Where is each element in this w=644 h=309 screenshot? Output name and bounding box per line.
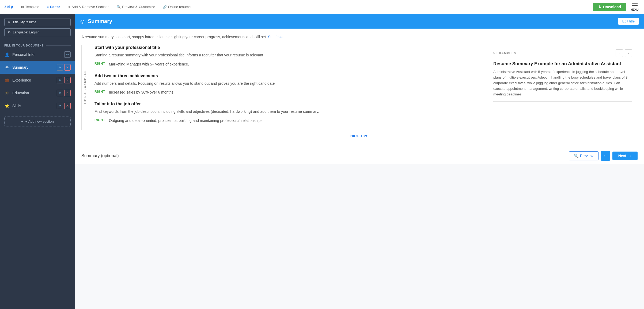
next-button[interactable]: Next → [612,152,638,160]
summary-actions: ✏ ✕ [57,64,71,71]
delete-experience-button[interactable]: ✕ [64,77,71,83]
sidebar-item-skills[interactable]: ⭐ Skills ✏ ✕ [0,99,75,112]
nav-right-actions: ⬇ Download MENU [593,2,640,11]
sidebar: ✏ Title: My resume ⚙ Language: English F… [0,14,75,309]
download-icon: ⬇ [598,5,601,9]
examples-panel: 5 EXAMPLES ‹ › Resume Summary Example fo… [488,45,638,130]
tip-2: Add two or three achievements Add number… [94,74,481,95]
intro-text: A resume summary is a short, snappy intr… [81,34,638,40]
tip-1-example: RIGHT Marketing Manager with 5+ years of… [94,61,481,67]
tips-rotated-label: TIPS & EXAMPLES [81,45,88,130]
download-button[interactable]: ⬇ Download [593,3,626,11]
back-button[interactable]: ← [601,151,610,161]
add-remove-icon: ⊕ [67,5,70,9]
section-header: ◎ Summary Edit title [75,14,644,29]
edit-experience-button[interactable]: ✏ [57,77,63,83]
edit-summary-button[interactable]: ✏ [57,64,63,71]
main-layout: ✏ Title: My resume ⚙ Language: English F… [0,14,644,309]
hide-tips-bar[interactable]: HIDE TIPS [81,130,638,142]
edit-education-button[interactable]: ✏ [57,90,63,96]
edit-skills-button[interactable]: ✏ [57,103,63,109]
sidebar-top: ✏ Title: My resume ⚙ Language: English [0,14,75,41]
menu-button[interactable]: MENU [630,2,640,11]
bottom-actions: 🔍 Preview ← Next → [569,151,638,161]
summary-optional-label: Summary (optional) [81,153,119,158]
star-icon: ⭐ [4,104,10,108]
title-button[interactable]: ✏ Title: My resume [4,18,71,26]
skills-actions: ✏ ✕ [57,103,71,109]
language-button[interactable]: ⚙ Language: English [4,28,71,36]
personal-info-actions: ✏ [64,51,71,58]
tip-3-example: RIGHT Outgoing and detail-oriented, prof… [94,118,481,123]
see-less-link[interactable]: See less [268,35,282,39]
tip-2-example: RIGHT Increased sales by 36% over 6 mont… [94,90,481,95]
graduation-icon: 🎓 [4,91,10,95]
summary-icon: ◎ [4,65,10,69]
sidebar-item-education[interactable]: 🎓 Education ✏ ✕ [0,87,75,99]
nav-template[interactable]: ⊞ Template [18,3,42,10]
logo: zety [4,4,13,10]
sidebar-item-experience[interactable]: 💼 Experience ✏ ✕ [0,74,75,87]
nav-editor[interactable]: ≡ Editor [44,3,63,10]
example-divider [493,101,632,102]
preview-customize-icon: 🔍 [117,5,121,9]
fill-label: FILL IN YOUR DOCUMENT [0,41,75,48]
experience-actions: ✏ ✕ [57,77,71,83]
delete-skills-button[interactable]: ✕ [64,103,71,109]
top-navigation: zety ⊞ Template ≡ Editor ⊕ Add & Remove … [0,0,644,14]
section-header-icon: ◎ [80,18,85,24]
preview-icon: 🔍 [574,154,578,158]
examples-next-button[interactable]: › [625,49,632,57]
preview-button[interactable]: 🔍 Preview [569,151,598,160]
sidebar-item-summary[interactable]: ◎ Summary ✏ ✕ [0,61,75,74]
sidebar-item-personal-info[interactable]: 👤 Personal Info ✏ [0,48,75,61]
examples-navigation: ‹ › [616,49,632,57]
template-icon: ⊞ [21,5,24,9]
tip-3: Tailor it to the job offer Find keywords… [94,102,481,123]
online-resume-icon: 🔗 [163,5,167,9]
add-section-button[interactable]: + + Add new section [4,117,71,126]
examples-prev-button[interactable]: ‹ [616,49,623,57]
delete-summary-button[interactable]: ✕ [64,64,71,71]
tips-and-examples: TIPS & EXAMPLES Start with your professi… [81,45,638,130]
briefcase-icon: 💼 [4,78,10,82]
edit-title-button[interactable]: Edit title [618,18,639,25]
pencil-icon: ✏ [8,20,10,24]
examples-header: 5 EXAMPLES ‹ › [493,49,632,57]
main-content: ◎ Summary Edit title A resume summary is… [75,14,644,309]
hamburger-icon [630,2,640,8]
person-icon: 👤 [4,52,10,57]
globe-icon: ⚙ [8,30,11,34]
delete-education-button[interactable]: ✕ [64,90,71,96]
nav-online-resume[interactable]: 🔗 Online resume [160,3,194,10]
tips-content: Start with your professional title Start… [88,45,488,130]
content-area: A resume summary is a short, snappy intr… [75,29,644,147]
editor-icon: ≡ [47,5,49,9]
plus-icon: + [21,119,23,123]
bottom-bar: Summary (optional) 🔍 Preview ← Next → [75,147,644,164]
tip-1: Start with your professional title Start… [94,45,481,67]
nav-add-remove[interactable]: ⊕ Add & Remove Sections [65,3,112,10]
edit-personal-info-button[interactable]: ✏ [64,51,71,58]
nav-preview-customize[interactable]: 🔍 Preview & Customize [114,3,158,10]
education-actions: ✏ ✕ [57,90,71,96]
